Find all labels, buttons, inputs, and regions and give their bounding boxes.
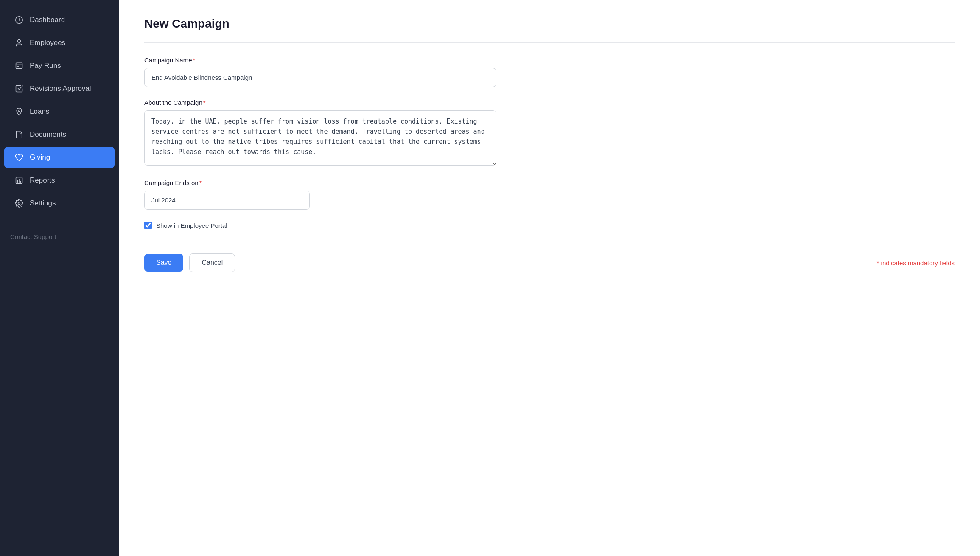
employees-icon xyxy=(14,38,24,48)
pay-runs-icon xyxy=(14,61,24,70)
sidebar-item-documents[interactable]: Documents xyxy=(4,124,115,145)
show-in-portal-checkbox[interactable] xyxy=(144,222,152,229)
top-divider xyxy=(144,42,955,43)
svg-line-2 xyxy=(19,20,20,21)
sidebar-item-pay-runs[interactable]: Pay Runs xyxy=(4,55,115,76)
main-content: New Campaign Campaign Name* About the Ca… xyxy=(119,0,980,556)
cancel-button[interactable]: Cancel xyxy=(189,253,235,272)
sidebar-label-reports: Reports xyxy=(30,176,55,185)
svg-point-12 xyxy=(18,202,20,205)
sidebar-label-revisions-approval: Revisions Approval xyxy=(30,84,91,93)
sidebar-label-dashboard: Dashboard xyxy=(30,16,65,24)
giving-icon xyxy=(14,153,24,162)
svg-point-7 xyxy=(18,110,20,111)
about-campaign-textarea[interactable] xyxy=(144,110,496,166)
sidebar-label-loans: Loans xyxy=(30,107,49,116)
sidebar-item-reports[interactable]: Reports xyxy=(4,170,115,191)
sidebar: Dashboard Employees Pay Runs Revisions A… xyxy=(0,0,119,556)
contact-support[interactable]: Contact Support xyxy=(0,227,119,246)
buttons-row: Save Cancel * indicates mandatory fields xyxy=(144,253,955,272)
sidebar-label-giving: Giving xyxy=(30,153,50,162)
campaign-name-group: Campaign Name* xyxy=(144,56,955,87)
svg-rect-4 xyxy=(16,63,22,68)
page-title: New Campaign xyxy=(144,17,955,31)
sidebar-item-revisions-approval[interactable]: Revisions Approval xyxy=(4,78,115,99)
show-in-portal-label[interactable]: Show in Employee Portal xyxy=(156,222,227,229)
about-required: * xyxy=(203,99,206,106)
reports-icon xyxy=(14,176,24,185)
campaign-name-label: Campaign Name* xyxy=(144,56,955,64)
sidebar-label-settings: Settings xyxy=(30,199,56,208)
mandatory-note: * indicates mandatory fields xyxy=(877,259,955,267)
sidebar-label-pay-runs: Pay Runs xyxy=(30,62,61,70)
sidebar-item-dashboard[interactable]: Dashboard xyxy=(4,9,115,31)
sidebar-divider xyxy=(10,221,109,221)
show-in-portal-row: Show in Employee Portal xyxy=(144,222,955,229)
dashboard-icon xyxy=(14,15,24,25)
campaign-ends-group: Campaign Ends on* xyxy=(144,179,955,210)
sidebar-label-documents: Documents xyxy=(30,130,66,139)
sidebar-label-employees: Employees xyxy=(30,39,65,47)
campaign-ends-label: Campaign Ends on* xyxy=(144,179,955,186)
ends-required: * xyxy=(199,179,202,186)
sidebar-item-settings[interactable]: Settings xyxy=(4,193,115,214)
sidebar-item-giving[interactable]: Giving xyxy=(4,147,115,168)
about-campaign-label: About the Campaign* xyxy=(144,99,955,106)
campaign-name-input[interactable] xyxy=(144,68,496,87)
revisions-icon xyxy=(14,84,24,93)
svg-point-3 xyxy=(18,40,21,43)
bottom-divider xyxy=(144,241,496,241)
about-campaign-group: About the Campaign* xyxy=(144,99,955,167)
campaign-name-required: * xyxy=(193,56,196,64)
save-button[interactable]: Save xyxy=(144,254,183,272)
documents-icon xyxy=(14,130,24,139)
campaign-ends-input[interactable] xyxy=(144,191,310,210)
sidebar-item-loans[interactable]: Loans xyxy=(4,101,115,122)
loans-icon xyxy=(14,107,24,116)
settings-icon xyxy=(14,199,24,208)
sidebar-item-employees[interactable]: Employees xyxy=(4,32,115,53)
